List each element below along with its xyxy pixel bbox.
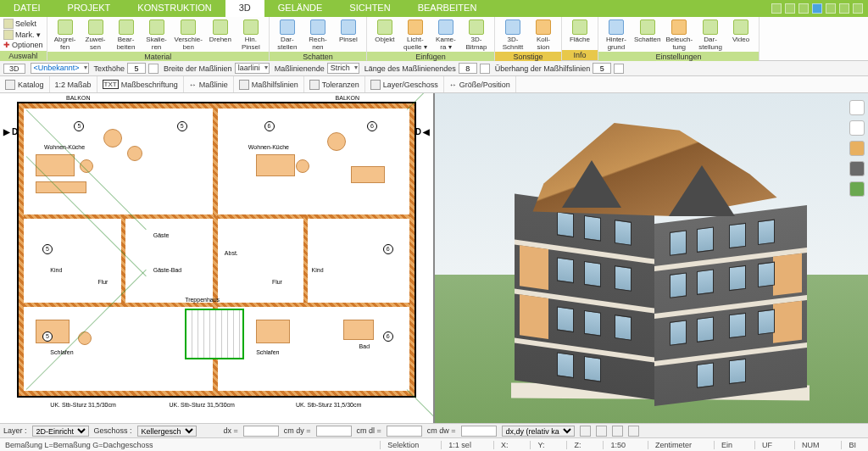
kollision-button[interactable]: Koll-sion [529,19,558,52]
beschriftung-button[interactable]: TXTMaßbeschriftung [97,76,184,92]
building-3d [486,123,808,403]
masslinie-button[interactable]: ↔Maßlinie [184,76,234,92]
rechnen-button[interactable]: Rech-nen [303,19,332,52]
pinsel-button[interactable]: Pinsel [334,19,363,52]
ueberhang-stepper[interactable] [614,64,624,74]
laenge-label: Länge des Maßlinienendes [364,64,456,73]
status-scale: 1:50 [603,441,632,449]
tab-3d[interactable]: 3D [225,0,264,17]
objekt-button[interactable]: Objekt [370,19,399,52]
help-icon[interactable] [812,3,822,14]
room-abst: Abst. [225,250,238,256]
tab-sichten[interactable]: SICHTEN [336,0,403,17]
skalieren-button[interactable]: Skalie-ren [142,19,171,52]
status-x: X: [493,441,515,449]
laenge-input[interactable] [459,63,477,74]
palette-icon[interactable] [849,120,865,136]
flaeche-button[interactable]: Fläche [565,19,594,50]
dw-label: cm dw = [427,426,456,435]
layers-icon[interactable] [849,100,865,115]
haarlinie-dropdown[interactable]: laarlini [235,63,270,74]
plan-outline: Wohnen-Küche Wohnen-Küche Gäste Gäste-Ba… [17,102,416,398]
texthoehe-input[interactable] [127,63,146,74]
video-button[interactable]: Video [726,19,755,52]
tab-gelaende[interactable]: GELÄNDE [264,0,337,17]
app-icon-3[interactable] [798,3,809,14]
bed [36,320,70,343]
bearbeiten-button[interactable]: Bear-beiten [112,19,141,52]
unknown-dropdown[interactable]: <Unbekannt> [31,63,89,74]
toleranzen-button[interactable]: Toleranzen [304,76,365,92]
staircase [185,309,244,359]
status-ein: Ein [714,441,739,449]
dw-input[interactable] [461,426,497,437]
coord-icon-3[interactable] [612,426,623,437]
laenge-stepper[interactable] [480,64,490,74]
room-flur-l: Flur [97,279,108,285]
drehen-button[interactable]: Drehen [206,19,235,52]
dim-sturz-1: UK. Stb-Sturz 31,5/30cm [50,402,115,408]
close-icon[interactable] [853,3,863,14]
tab-projekt[interactable]: PROJEKT [54,0,125,17]
3dbitmap-button[interactable]: 3D-Bitmap [462,19,491,52]
zuweisen-button[interactable]: Zuwei-sen [81,19,110,52]
status-unit: Zentimeter [648,441,698,449]
darstellen-button[interactable]: Dar-stellen [273,19,302,52]
room-wohnen-r: Wohnen-Küche [248,144,289,150]
maximize-icon[interactable] [839,3,849,14]
dx-input[interactable] [243,426,279,437]
verschieben-button[interactable]: Verschie-ben [173,19,204,52]
swatch-orange[interactable] [849,141,865,156]
ribbon-group-material: Abgrei-fen Zuwei-sen Bear-beiten Skalie-… [47,17,270,60]
tree-icon[interactable] [849,181,865,197]
ueberhang-input[interactable] [593,63,611,74]
dy-input[interactable] [316,426,352,437]
3d-viewport[interactable] [435,93,868,423]
groesse-button[interactable]: ↔Größe/Position [444,76,516,92]
strich-dropdown[interactable]: Strich [327,63,359,74]
coord-icon-1[interactable] [580,426,591,437]
coord-mode-select[interactable]: dx,dy (relativ ka [502,426,575,437]
selekt-button[interactable]: Selekt [3,19,43,29]
beleuchtung-button[interactable]: Beleuch-tung [664,19,694,52]
3dschnitt-button[interactable]: 3D-Schnitt [498,19,527,52]
room-kind-l: Kind [50,267,62,273]
status-bi: BI [841,441,863,449]
layer-label: Layer : [3,426,27,435]
hinpinsel-button[interactable]: Hin.Pinsel [236,19,265,52]
coord-icon-2[interactable] [596,426,607,437]
dl-input[interactable] [387,426,422,437]
dim-sturz-3: UK. Stb-Sturz 31,5/30cm [296,402,361,408]
swatch-grey[interactable] [849,161,865,176]
room-schlafen-l: Schlafen [50,349,73,355]
layer-button[interactable]: Layer/Geschoss [365,76,444,92]
2d-plan-viewport[interactable]: D D [0,93,435,423]
schatten-einst-button[interactable]: Schatten [632,19,663,52]
katalog-button[interactable]: Katalog [0,76,50,92]
massende-label: Maßlinienende [275,64,325,73]
room-schlafen-r: Schlafen [256,349,279,355]
kamera-button[interactable]: Kame-ra ▾ [431,19,460,52]
app-icon-1[interactable] [771,3,782,14]
tab-bearbeiten[interactable]: BEARBEITEN [404,0,491,17]
minimize-icon[interactable] [826,3,836,14]
status-z: Z: [566,441,587,449]
layer-select[interactable]: 2D-Einricht [32,426,89,437]
tab-konstruktion[interactable]: KONSTRUKTION [124,0,225,17]
app-icon-2[interactable] [785,3,795,14]
tab-datei[interactable]: DATEI [0,0,54,17]
breite-label: Breite der Maßlinien [164,64,232,73]
lichtquelle-button[interactable]: Licht-quelle ▾ [401,19,430,52]
geschoss-select[interactable]: Kellergesch [137,426,197,437]
hilfslinien-button[interactable]: Maßhilfslinien [234,76,304,92]
optionen-button[interactable]: ✚Optionen [3,41,43,49]
darstellung-button[interactable]: Dar-stellung [696,19,725,52]
massab-button[interactable]: 1:2 Maßab [50,76,97,92]
mark-button[interactable]: Mark.▾ [3,30,43,40]
view-3d-tab[interactable]: 3D [3,64,25,74]
hintergrund-button[interactable]: Hinter-grund [602,19,631,52]
room-flur-r: Flur [272,279,282,285]
coord-icon-4[interactable] [628,426,639,437]
abgreifen-button[interactable]: Abgrei-fen [51,19,80,52]
texthoehe-stepper[interactable] [148,64,159,74]
